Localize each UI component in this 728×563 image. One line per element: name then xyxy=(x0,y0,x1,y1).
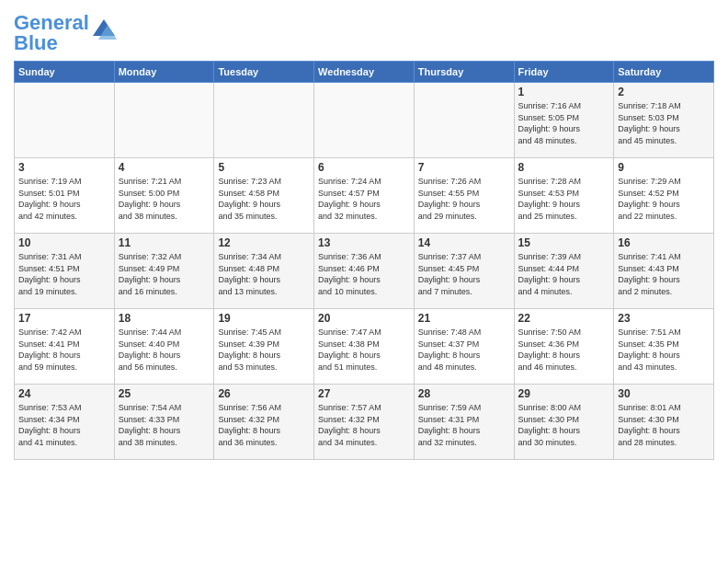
day-number: 12 xyxy=(218,236,310,249)
weekday-saturday: Saturday xyxy=(614,62,714,83)
day-number: 19 xyxy=(218,312,310,325)
calendar-cell xyxy=(414,83,514,158)
day-number: 8 xyxy=(518,161,610,174)
day-number: 3 xyxy=(18,161,110,174)
calendar-cell: 5Sunrise: 7:23 AM Sunset: 4:58 PM Daylig… xyxy=(214,158,314,234)
day-info: Sunrise: 7:54 AM Sunset: 4:33 PM Dayligh… xyxy=(119,402,210,448)
calendar-cell: 12Sunrise: 7:34 AM Sunset: 4:48 PM Dayli… xyxy=(214,234,314,309)
calendar-cell: 9Sunrise: 7:29 AM Sunset: 4:52 PM Daylig… xyxy=(614,158,714,234)
day-number: 23 xyxy=(618,312,710,325)
day-number: 15 xyxy=(518,236,610,249)
day-number: 1 xyxy=(518,86,610,98)
calendar-cell: 4Sunrise: 7:21 AM Sunset: 5:00 PM Daylig… xyxy=(114,158,214,234)
logo-text: General Blue xyxy=(14,13,89,53)
day-number: 11 xyxy=(119,236,210,249)
calendar-table: SundayMondayTuesdayWednesdayThursdayFrid… xyxy=(14,61,714,460)
calendar-cell xyxy=(314,83,415,158)
calendar-cell: 16Sunrise: 7:41 AM Sunset: 4:43 PM Dayli… xyxy=(614,234,714,309)
day-number: 22 xyxy=(518,312,610,325)
calendar-cell: 1Sunrise: 7:16 AM Sunset: 5:05 PM Daylig… xyxy=(514,83,614,158)
calendar-cell: 18Sunrise: 7:44 AM Sunset: 4:40 PM Dayli… xyxy=(114,309,214,385)
calendar-cell: 20Sunrise: 7:47 AM Sunset: 4:38 PM Dayli… xyxy=(314,309,415,385)
day-number: 29 xyxy=(518,387,610,400)
weekday-monday: Monday xyxy=(114,62,214,83)
calendar-cell: 22Sunrise: 7:50 AM Sunset: 4:36 PM Dayli… xyxy=(514,309,614,385)
calendar-cell: 19Sunrise: 7:45 AM Sunset: 4:39 PM Dayli… xyxy=(214,309,314,385)
day-info: Sunrise: 7:45 AM Sunset: 4:39 PM Dayligh… xyxy=(218,327,310,373)
day-number: 2 xyxy=(618,86,710,98)
day-info: Sunrise: 7:39 AM Sunset: 4:44 PM Dayligh… xyxy=(518,251,610,297)
weekday-tuesday: Tuesday xyxy=(214,62,314,83)
day-number: 5 xyxy=(218,161,310,174)
day-number: 10 xyxy=(18,236,110,249)
day-info: Sunrise: 7:50 AM Sunset: 4:36 PM Dayligh… xyxy=(518,327,610,373)
day-info: Sunrise: 7:53 AM Sunset: 4:34 PM Dayligh… xyxy=(18,402,110,448)
weekday-thursday: Thursday xyxy=(414,62,514,83)
calendar-cell: 8Sunrise: 7:28 AM Sunset: 4:53 PM Daylig… xyxy=(514,158,614,234)
week-row-2: 3Sunrise: 7:19 AM Sunset: 5:01 PM Daylig… xyxy=(15,158,714,234)
page: General Blue SundayMondayTuesdayWednesda… xyxy=(0,0,728,563)
day-info: Sunrise: 7:44 AM Sunset: 4:40 PM Dayligh… xyxy=(119,327,210,373)
day-info: Sunrise: 7:26 AM Sunset: 4:55 PM Dayligh… xyxy=(418,176,510,222)
day-number: 28 xyxy=(418,387,510,400)
day-number: 13 xyxy=(318,236,410,249)
day-info: Sunrise: 7:37 AM Sunset: 4:45 PM Dayligh… xyxy=(418,251,510,297)
day-info: Sunrise: 8:01 AM Sunset: 4:30 PM Dayligh… xyxy=(618,402,710,448)
day-info: Sunrise: 7:41 AM Sunset: 4:43 PM Dayligh… xyxy=(618,251,710,297)
calendar-cell: 10Sunrise: 7:31 AM Sunset: 4:51 PM Dayli… xyxy=(15,234,115,309)
day-info: Sunrise: 7:32 AM Sunset: 4:49 PM Dayligh… xyxy=(119,251,210,297)
day-info: Sunrise: 7:24 AM Sunset: 4:57 PM Dayligh… xyxy=(318,176,410,222)
calendar-cell: 30Sunrise: 8:01 AM Sunset: 4:30 PM Dayli… xyxy=(614,385,714,460)
day-info: Sunrise: 7:57 AM Sunset: 4:32 PM Dayligh… xyxy=(318,402,410,448)
calendar-cell: 21Sunrise: 7:48 AM Sunset: 4:37 PM Dayli… xyxy=(414,309,514,385)
day-number: 30 xyxy=(618,387,710,400)
day-number: 24 xyxy=(18,387,110,400)
logo: General Blue xyxy=(14,13,117,53)
week-row-5: 24Sunrise: 7:53 AM Sunset: 4:34 PM Dayli… xyxy=(15,385,714,460)
day-info: Sunrise: 7:23 AM Sunset: 4:58 PM Dayligh… xyxy=(218,176,310,222)
calendar-cell: 7Sunrise: 7:26 AM Sunset: 4:55 PM Daylig… xyxy=(414,158,514,234)
day-number: 18 xyxy=(119,312,210,325)
day-number: 16 xyxy=(618,236,710,249)
header: General Blue xyxy=(14,9,714,53)
calendar-cell: 13Sunrise: 7:36 AM Sunset: 4:46 PM Dayli… xyxy=(314,234,415,309)
day-number: 20 xyxy=(318,312,410,325)
calendar-cell xyxy=(214,83,314,158)
weekday-wednesday: Wednesday xyxy=(314,62,415,83)
day-number: 14 xyxy=(418,236,510,249)
day-info: Sunrise: 7:19 AM Sunset: 5:01 PM Dayligh… xyxy=(18,176,110,222)
day-info: Sunrise: 7:56 AM Sunset: 4:32 PM Dayligh… xyxy=(218,402,310,448)
calendar-cell: 2Sunrise: 7:18 AM Sunset: 5:03 PM Daylig… xyxy=(614,83,714,158)
day-info: Sunrise: 7:42 AM Sunset: 4:41 PM Dayligh… xyxy=(18,327,110,373)
week-row-3: 10Sunrise: 7:31 AM Sunset: 4:51 PM Dayli… xyxy=(15,234,714,309)
day-info: Sunrise: 7:28 AM Sunset: 4:53 PM Dayligh… xyxy=(518,176,610,222)
calendar-cell: 23Sunrise: 7:51 AM Sunset: 4:35 PM Dayli… xyxy=(614,309,714,385)
calendar-cell: 6Sunrise: 7:24 AM Sunset: 4:57 PM Daylig… xyxy=(314,158,415,234)
calendar-cell xyxy=(15,83,115,158)
weekday-sunday: Sunday xyxy=(15,62,115,83)
calendar-cell: 3Sunrise: 7:19 AM Sunset: 5:01 PM Daylig… xyxy=(15,158,115,234)
calendar-cell: 14Sunrise: 7:37 AM Sunset: 4:45 PM Dayli… xyxy=(414,234,514,309)
day-number: 6 xyxy=(318,161,410,174)
day-info: Sunrise: 7:21 AM Sunset: 5:00 PM Dayligh… xyxy=(119,176,210,222)
day-info: Sunrise: 7:31 AM Sunset: 4:51 PM Dayligh… xyxy=(18,251,110,297)
day-info: Sunrise: 7:16 AM Sunset: 5:05 PM Dayligh… xyxy=(518,100,610,146)
weekday-friday: Friday xyxy=(514,62,614,83)
day-info: Sunrise: 7:48 AM Sunset: 4:37 PM Dayligh… xyxy=(418,327,510,373)
day-number: 21 xyxy=(418,312,510,325)
calendar-cell: 17Sunrise: 7:42 AM Sunset: 4:41 PM Dayli… xyxy=(15,309,115,385)
day-number: 9 xyxy=(618,161,710,174)
day-info: Sunrise: 8:00 AM Sunset: 4:30 PM Dayligh… xyxy=(518,402,610,448)
day-info: Sunrise: 7:47 AM Sunset: 4:38 PM Dayligh… xyxy=(318,327,410,373)
day-number: 17 xyxy=(18,312,110,325)
day-info: Sunrise: 7:36 AM Sunset: 4:46 PM Dayligh… xyxy=(318,251,410,297)
logo-icon xyxy=(91,17,117,43)
week-row-4: 17Sunrise: 7:42 AM Sunset: 4:41 PM Dayli… xyxy=(15,309,714,385)
day-info: Sunrise: 7:59 AM Sunset: 4:31 PM Dayligh… xyxy=(418,402,510,448)
day-info: Sunrise: 7:18 AM Sunset: 5:03 PM Dayligh… xyxy=(618,100,710,146)
calendar-cell xyxy=(114,83,214,158)
day-number: 4 xyxy=(119,161,210,174)
day-number: 7 xyxy=(418,161,510,174)
day-number: 26 xyxy=(218,387,310,400)
weekday-header-row: SundayMondayTuesdayWednesdayThursdayFrid… xyxy=(15,62,714,83)
